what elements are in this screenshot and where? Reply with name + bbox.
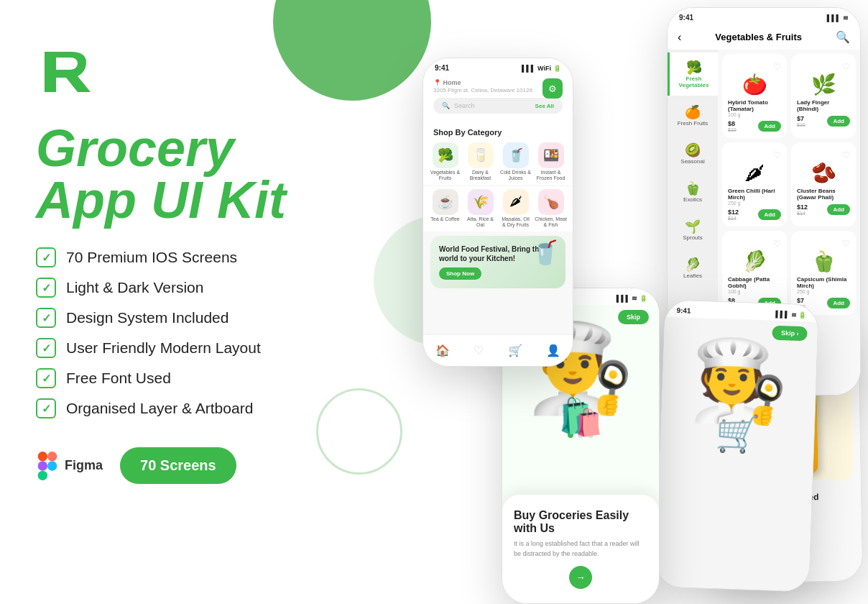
category-tea[interactable]: ☕ Tea & Coffee [429, 189, 461, 229]
nav-profile-icon[interactable]: 👤 [546, 344, 560, 357]
left-panel: Grocery App UI Kit 70 Premium IOS Screen… [36, 43, 338, 484]
category-drinks[interactable]: 🥤 Cold Drinks & Juices [499, 142, 532, 182]
heart-chilli[interactable]: ♡ [773, 150, 781, 160]
check-icon-layer [36, 398, 56, 418]
feature-item-font: Free Font Used [36, 368, 338, 388]
time-veg: 9:41 [679, 14, 693, 22]
figma-icon [36, 452, 59, 480]
title-line1: Grocery [36, 119, 234, 177]
figma-label: Figma [65, 458, 103, 473]
features-list: 70 Premium IOS Screens Light & Dark Vers… [36, 247, 338, 418]
product-tomato: ♡ 🍅 Hybrid Tomato (Tamatar) 100 g $8 $10… [722, 54, 787, 138]
category-grid: 🥦 Vegetables & Fruits 🥛 Dairy & Breakfas… [423, 139, 573, 185]
wifi-icon: WiFi [537, 65, 551, 72]
feature-item-layer: Organised Layer & Artboard [36, 398, 338, 418]
add-chilli-button[interactable]: Add [758, 209, 781, 220]
product-beans: ♡ 🫘 Cluster Beans (Gawar Phali) $12 $14 … [791, 142, 856, 226]
category-vegetables[interactable]: 🥦 Vegetables & Fruits [429, 142, 461, 182]
heart-tomato[interactable]: ♡ [773, 62, 781, 72]
feature-item-layout: User Friendly Modern Layout [36, 338, 338, 358]
feature-item-design: Design System Included [36, 308, 338, 328]
add-tomato-button[interactable]: Add [758, 121, 781, 132]
nav-heart-icon[interactable]: ♡ [474, 344, 484, 357]
veg-header: ‹ Vegetables & Fruits 🔍 [668, 24, 860, 50]
product-capsicum: ♡ 🫑 Capsicum (Shimla Mirch) 250 g $7 $10… [791, 231, 856, 315]
search-bar[interactable]: 🔍 Search See All [433, 98, 563, 114]
feature-label-layer: Organised Layer & Artboard [66, 400, 253, 417]
heart-capsicum[interactable]: ♡ [842, 239, 850, 249]
battery-icon: 🔋 [553, 65, 561, 72]
feature-label-design: Design System Included [66, 309, 228, 326]
add-ladyfinger-button[interactable]: Add [827, 116, 850, 127]
status-bar-veg: 9:41 ▌▌▌ ≋ [668, 8, 860, 24]
category-dairy[interactable]: 🥛 Dairy & Breakfast [464, 142, 497, 182]
svg-rect-1 [47, 452, 57, 461]
cat-fresh-fruits[interactable]: 🍊 Fresh Fruits [668, 97, 718, 134]
figma-badge: Figma [36, 452, 103, 480]
nav-cart-icon[interactable]: 🛒 [508, 344, 522, 357]
time-home: 9:41 [435, 64, 449, 72]
category-masala[interactable]: 🌶 Masalas, Oil & Dry Fruits [499, 189, 532, 229]
splash-title: Buy Groceries Easily with Us [514, 509, 647, 535]
add-capsicum-button[interactable]: Add [827, 298, 850, 308]
skip-button-delivery[interactable]: Skip › [772, 326, 808, 342]
svg-rect-3 [38, 470, 47, 480]
status-icons-splash: ▌▌▌ ≋ 🔋 [617, 295, 647, 302]
delivery-bag: 🛒 [660, 410, 815, 457]
svg-rect-0 [38, 452, 47, 461]
shop-now-button[interactable]: Shop Now [439, 267, 481, 280]
logo-container [36, 43, 338, 101]
logo-icon [36, 43, 93, 101]
signal-icon: ▌▌▌ [522, 65, 535, 72]
heart-ladyfinger[interactable]: ♡ [842, 62, 850, 72]
bottom-badges: Figma 70 Screens [36, 447, 338, 484]
nav-home-icon[interactable]: 🏠 [435, 344, 450, 357]
feature-item-screens: 70 Premium IOS Screens [36, 247, 338, 267]
delivery-emoji: 🧑‍🍳 [661, 338, 817, 422]
heart-cabbage[interactable]: ♡ [773, 239, 781, 249]
product-chilli: ♡ 🌶 Green Chilli (Hari Mirch) 250 g $12 … [722, 142, 787, 226]
cat-leafies[interactable]: 🥬 Leafies [668, 250, 718, 286]
product-ladyfinger: ♡ 🌿 Lady Finger (Bhindi) $7 $10 Add [791, 54, 856, 138]
splash-subtitle: It is a long established fact that a rea… [514, 539, 647, 559]
category-frozen[interactable]: 🍱 Instant & Frozen Food [535, 142, 567, 182]
cat-fresh-veg[interactable]: 🥦 Fresh Vegetables [668, 52, 718, 96]
search-icon-veg[interactable]: 🔍 [836, 30, 850, 44]
nav-bar-home: 🏠 ♡ 🛒 👤 [423, 334, 573, 366]
status-bar-home: 9:41 ▌▌▌ WiFi 🔋 [423, 58, 573, 75]
next-button[interactable]: → [569, 566, 592, 589]
cat-seasonal[interactable]: 🥝 Seasonal [668, 135, 718, 172]
add-beans-button[interactable]: Add [827, 204, 850, 215]
heart-beans[interactable]: ♡ [842, 150, 850, 160]
status-icons-veg: ▌▌▌ ≋ [827, 14, 849, 22]
check-icon-design [36, 308, 56, 328]
cat-exotics[interactable]: 🫑 Exotics [668, 173, 718, 210]
signal-veg: ▌▌▌ [827, 14, 841, 22]
app-title: Grocery App UI Kit [36, 122, 338, 226]
right-panel: 9:41 ▌▌▌ WiFi 🔋 ⚙ 📍 Home 3205 Filgm st. … [308, 0, 868, 604]
feature-label-layout: User Friendly Modern Layout [66, 339, 261, 357]
check-icon-font [36, 368, 56, 388]
filter-badge[interactable]: ⚙ [542, 78, 563, 99]
svg-rect-2 [38, 461, 47, 470]
phone-home-screen: 9:41 ▌▌▌ WiFi 🔋 ⚙ 📍 Home 3205 Filgm st. … [423, 58, 573, 366]
screens-badge: 70 Screens [120, 447, 236, 484]
feature-label-screens: 70 Premium IOS Screens [66, 249, 237, 266]
feature-label-font: Free Font Used [66, 370, 171, 387]
title-line2: App UI Kit [36, 171, 286, 229]
screens-badge-label: 70 Screens [140, 457, 216, 473]
wifi-veg: ≋ [843, 14, 849, 22]
svg-point-4 [47, 461, 57, 470]
feature-item-theme: Light & Dark Version [36, 278, 338, 298]
check-icon-layout [36, 338, 56, 358]
cat-sprouts[interactable]: 🌱 Sprouts [668, 211, 718, 248]
phone-delivery: 9:41 ▌▌▌ ≋ 🔋 Skip › 🧑‍🍳 🛒 [655, 299, 819, 592]
splash-text-box: Buy Groceries Easily with Us It is a lon… [502, 495, 659, 603]
category-atta[interactable]: 🌾 Atta, Rice & Oal [464, 189, 497, 229]
phone-delivery-screen: 9:41 ▌▌▌ ≋ 🔋 Skip › 🧑‍🍳 🛒 [655, 300, 818, 591]
category-chicken[interactable]: 🍗 Chicken, Meat & Fish [535, 189, 567, 229]
banner-image: 🥤 [531, 239, 560, 266]
phone-home: 9:41 ▌▌▌ WiFi 🔋 ⚙ 📍 Home 3205 Filgm st. … [423, 58, 573, 367]
category-grid-2: ☕ Tea & Coffee 🌾 Atta, Rice & Oal 🌶 Masa… [423, 186, 573, 232]
home-banner: World Food Festival, Bring the world to … [430, 236, 565, 288]
